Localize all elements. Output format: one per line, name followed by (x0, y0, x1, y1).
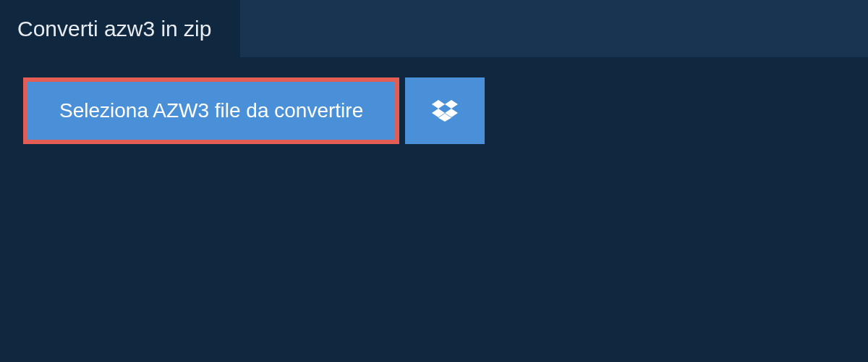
select-file-button[interactable]: Seleziona AZW3 file da convertire (27, 82, 395, 140)
dropbox-button[interactable] (405, 77, 485, 144)
dropbox-icon (432, 98, 458, 124)
tab-convert[interactable]: Converti azw3 in zip (0, 0, 240, 57)
tab-title: Converti azw3 in zip (17, 17, 211, 41)
select-file-label: Seleziona AZW3 file da convertire (59, 99, 363, 122)
button-row: Seleziona AZW3 file da convertire (23, 77, 845, 144)
select-file-highlight: Seleziona AZW3 file da convertire (23, 77, 399, 144)
tab-container: Converti azw3 in zip (0, 0, 868, 57)
page-background: Converti azw3 in zip Seleziona AZW3 file… (0, 0, 868, 170)
main-panel: Seleziona AZW3 file da convertire (0, 57, 868, 170)
